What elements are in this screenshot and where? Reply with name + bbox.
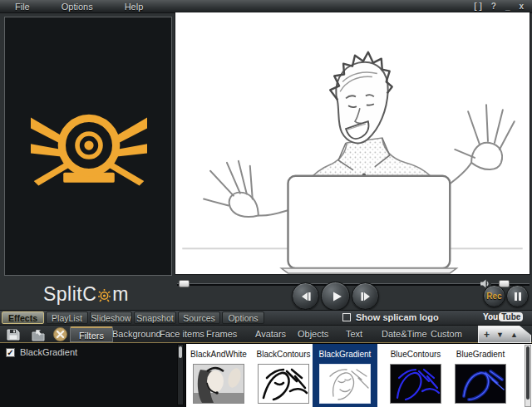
add-tab-button[interactable]: +: [484, 326, 490, 343]
tab-options[interactable]: Options: [222, 311, 264, 324]
filter-tab-background[interactable]: Background: [112, 326, 161, 343]
thumb-preview-image: [258, 364, 309, 404]
video-sketch-image: [175, 12, 530, 274]
video-preview: [175, 12, 530, 275]
thumb-label: BlueGradient: [448, 350, 513, 359]
filter-thumb-bluegradient[interactable]: BlueGradient: [448, 344, 513, 407]
thumb-preview-image: [390, 364, 441, 404]
play-icon: [328, 289, 343, 304]
previous-frame-button[interactable]: [292, 282, 319, 310]
thumb-label: BlackAndWhite: [186, 350, 251, 359]
filter-thumb-blackgradient-selected[interactable]: BlackGradient: [313, 344, 377, 407]
filter-thumb-blackandwhite[interactable]: BlackAndWhite: [186, 344, 251, 407]
filter-gallery: BlackAndWhite BlackContours: [186, 343, 532, 407]
load-folder-icon: [31, 328, 46, 341]
youtube-text-you: You: [483, 312, 498, 321]
load-profile-button[interactable]: [31, 327, 46, 341]
checkbox-checked[interactable]: ✓: [6, 348, 15, 357]
move-down-button[interactable]: ▼: [496, 326, 504, 343]
tab-effects[interactable]: Effects: [2, 311, 44, 324]
list-scrollbar[interactable]: [177, 344, 184, 405]
delete-x-icon: [53, 327, 67, 341]
step-back-icon: [298, 289, 313, 304]
filter-tab-avatars[interactable]: Avatars: [255, 326, 286, 343]
tab-slideshow[interactable]: Slideshow: [90, 311, 132, 324]
tab-snapshot[interactable]: Snapshot: [134, 311, 176, 324]
filter-tab-frames[interactable]: Frames: [206, 326, 237, 343]
filter-tab-custom[interactable]: Custom: [431, 326, 462, 343]
thumb-preview-image: [455, 364, 506, 404]
save-floppy-icon: [7, 328, 20, 341]
record-label: Rec: [486, 292, 501, 301]
delete-filter-button[interactable]: [52, 327, 67, 341]
youtube-badge[interactable]: You Tube: [483, 312, 523, 321]
thumb-label: BlueContours: [383, 350, 448, 359]
filter-tab-face-items[interactable]: Face items: [160, 326, 204, 343]
menu-file[interactable]: File: [7, 2, 38, 12]
seek-slider-handle[interactable]: [179, 280, 190, 287]
filter-thumb-blackcontours[interactable]: BlackContours: [251, 344, 316, 407]
list-item-blackgradient[interactable]: ✓ BlackGradient: [6, 347, 77, 357]
filter-tab-objects[interactable]: Objects: [298, 326, 328, 343]
save-profile-button[interactable]: [6, 327, 21, 341]
splitcam-window: File Options Help [ ] ? _ x: [0, 0, 532, 407]
show-splitcam-logo-checkbox[interactable]: Show splicam logo: [342, 312, 439, 322]
thumb-label: BlackGradient: [313, 350, 377, 359]
wordmark-text-post: m: [112, 283, 129, 306]
filter-tab-datetime[interactable]: Date&Time: [382, 326, 427, 343]
splitcam-webcam-logo-icon: [31, 92, 147, 200]
thumb-label: BlackContours: [251, 350, 316, 359]
list-scrollbar-thumb[interactable]: [179, 346, 182, 358]
menu-options[interactable]: Options: [53, 2, 101, 12]
pause-icon: [513, 292, 523, 302]
wordmark-text-pre: SplitC: [43, 283, 96, 306]
record-button[interactable]: Rec: [483, 285, 505, 307]
thumb-preview-image: [193, 364, 244, 404]
gallery-scrollbar[interactable]: [525, 345, 531, 407]
main-tab-bar: Effects PlayList Slideshow Snapshot Sour…: [0, 310, 532, 326]
gallery-scrollbar-thumb[interactable]: [526, 346, 530, 400]
checkbox-label: Show splicam logo: [356, 312, 439, 322]
thumb-preview-image: [319, 364, 371, 404]
list-item-label: BlackGradient: [20, 347, 77, 357]
step-forward-icon: [358, 289, 373, 304]
filters-toolbar: Filters Background Face items Frames Ava…: [0, 326, 532, 343]
youtube-text-tube: Tube: [499, 312, 523, 321]
tab-sources[interactable]: Sources: [178, 311, 220, 324]
wordmark-cam-icon: [97, 288, 111, 304]
camera-preview-panel: [4, 17, 172, 276]
play-button[interactable]: [321, 282, 350, 311]
active-filters-list: ✓ BlackGradient: [0, 343, 186, 407]
checkbox-box[interactable]: [342, 313, 351, 321]
filter-tab-text[interactable]: Text: [346, 326, 362, 343]
filter-tab-filters[interactable]: Filters: [70, 326, 113, 342]
pause-button[interactable]: [506, 285, 529, 307]
move-up-button[interactable]: ▲: [510, 326, 518, 343]
menu-help[interactable]: Help: [116, 2, 152, 12]
filter-thumb-bluecontours[interactable]: BlueContours: [383, 344, 448, 407]
tab-playlist[interactable]: PlayList: [46, 311, 88, 324]
splitcam-wordmark: SplitC m: [0, 279, 172, 309]
next-frame-button[interactable]: [352, 282, 379, 310]
